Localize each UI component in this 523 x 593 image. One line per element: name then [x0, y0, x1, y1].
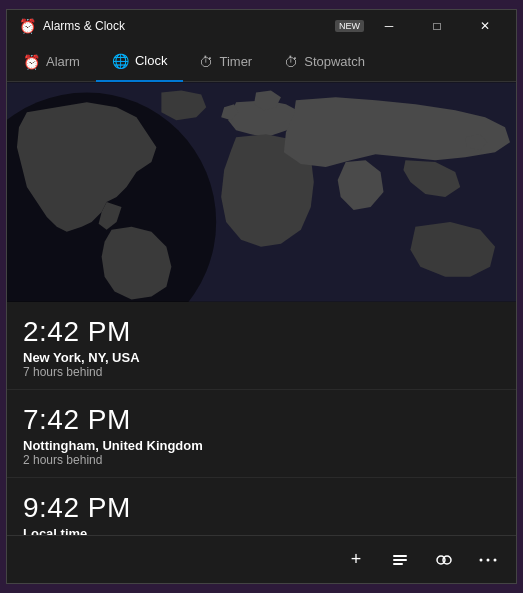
app-icon: ⏰ — [19, 18, 35, 34]
tab-timer[interactable]: ⏱ Timer — [183, 42, 268, 82]
list-item: 2:42 PM New York, NY, USA 7 hours behind — [7, 302, 516, 390]
alarm-icon: ⏰ — [23, 54, 40, 70]
clock-city-local: Local time — [23, 526, 500, 535]
svg-rect-3 — [393, 555, 407, 557]
app-title: Alarms & Clock — [43, 19, 125, 33]
list-edit-icon — [391, 551, 409, 569]
compare-icon — [435, 551, 453, 569]
add-clock-button[interactable]: + — [336, 542, 376, 578]
titlebar: ⏰ Alarms & Clock NEW ─ □ ✕ — [7, 10, 516, 42]
world-map-container — [7, 82, 516, 302]
tab-alarm-label: Alarm — [46, 54, 80, 69]
tab-clock-label: Clock — [135, 53, 168, 68]
tab-bar: ⏰ Alarm 🌐 Clock ⏱ Timer ⏱ Stopwatch — [7, 42, 516, 82]
compare-button[interactable] — [424, 542, 464, 578]
titlebar-left: ⏰ Alarms & Clock — [19, 18, 125, 34]
clock-time-newyork: 2:42 PM — [23, 316, 500, 348]
maximize-button[interactable]: □ — [414, 10, 460, 42]
svg-point-10 — [494, 558, 497, 561]
titlebar-badge: NEW — [335, 20, 364, 32]
minimize-button[interactable]: ─ — [366, 10, 412, 42]
list-item: 9:42 PM Local time Thursday, June 4, 202… — [7, 478, 516, 535]
clock-list: 2:42 PM New York, NY, USA 7 hours behind… — [7, 302, 516, 535]
close-button[interactable]: ✕ — [462, 10, 508, 42]
clock-offset-newyork: 7 hours behind — [23, 365, 500, 379]
clock-city-newyork: New York, NY, USA — [23, 350, 500, 365]
edit-button[interactable] — [380, 542, 420, 578]
tab-stopwatch-label: Stopwatch — [304, 54, 365, 69]
svg-point-8 — [480, 558, 483, 561]
list-item: 7:42 PM Nottingham, United Kingdom 2 hou… — [7, 390, 516, 478]
tab-clock[interactable]: 🌐 Clock — [96, 42, 184, 82]
timer-icon: ⏱ — [199, 54, 213, 70]
clock-city-nottingham: Nottingham, United Kingdom — [23, 438, 500, 453]
tab-stopwatch[interactable]: ⏱ Stopwatch — [268, 42, 381, 82]
clock-time-nottingham: 7:42 PM — [23, 404, 500, 436]
app-window: ⏰ Alarms & Clock NEW ─ □ ✕ ⏰ Alarm 🌐 Clo… — [6, 9, 517, 584]
more-icon — [479, 558, 497, 562]
svg-rect-4 — [393, 559, 407, 561]
tab-alarm[interactable]: ⏰ Alarm — [7, 42, 96, 82]
clock-icon: 🌐 — [112, 53, 129, 69]
clock-offset-nottingham: 2 hours behind — [23, 453, 500, 467]
clock-time-local: 9:42 PM — [23, 492, 500, 524]
tab-timer-label: Timer — [219, 54, 252, 69]
footer-toolbar: + — [7, 535, 516, 583]
svg-point-9 — [487, 558, 490, 561]
svg-rect-5 — [393, 563, 403, 565]
svg-point-7 — [443, 556, 451, 564]
stopwatch-icon: ⏱ — [284, 54, 298, 70]
titlebar-controls: NEW ─ □ ✕ — [335, 10, 508, 42]
more-button[interactable] — [468, 542, 508, 578]
